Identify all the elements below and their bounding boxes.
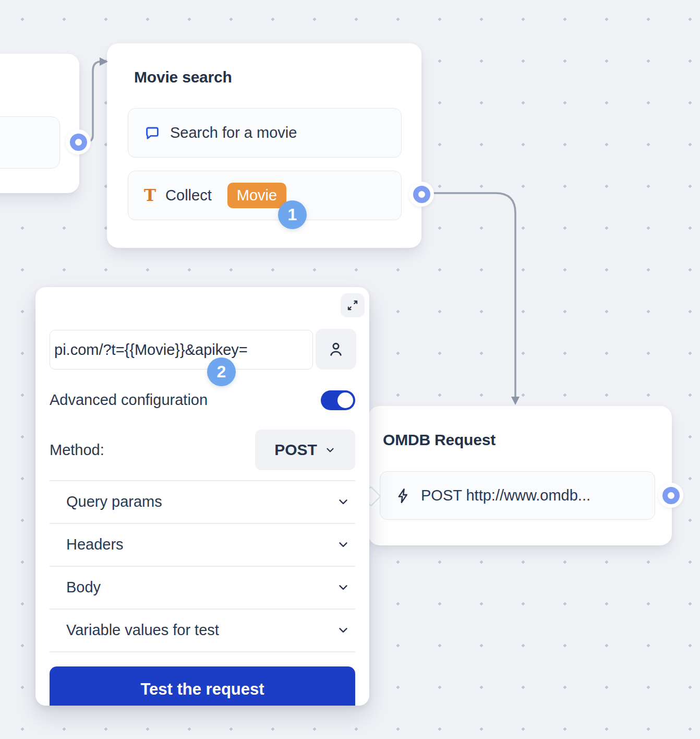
expand-button[interactable]	[341, 293, 365, 317]
item-label: POST http://www.omdb...	[421, 487, 590, 504]
insert-variable-button[interactable]	[316, 329, 356, 370]
advanced-configuration-toggle[interactable]	[321, 390, 355, 410]
output-port[interactable]	[409, 182, 434, 207]
node-title: OMDB Request	[383, 431, 496, 449]
partial-node-item[interactable]	[0, 116, 60, 169]
node-title: Movie search	[134, 68, 232, 86]
lightning-icon	[395, 487, 412, 504]
collect-input-item[interactable]: T Collect Movie	[128, 171, 402, 220]
step-2-badge: 2	[207, 357, 236, 386]
section-label: Query params	[66, 493, 162, 510]
movie-search-node[interactable]: Movie search Search for a movie T Collec…	[107, 43, 421, 248]
webhook-request-item[interactable]: POST http://www.omdb...	[380, 471, 655, 520]
chat-bubble-icon	[144, 125, 161, 141]
partial-node[interactable]	[0, 54, 79, 193]
method-value: POST	[274, 441, 317, 459]
text-icon: T	[144, 187, 156, 204]
person-icon	[327, 340, 345, 359]
chevron-down-icon	[336, 495, 350, 508]
item-label: Search for a movie	[170, 124, 297, 141]
chevron-down-icon	[336, 538, 350, 551]
section-label: Headers	[66, 536, 124, 553]
url-value: pi.com/?t={{Movie}}&apikey=	[54, 341, 248, 359]
output-port[interactable]	[658, 483, 683, 508]
method-select[interactable]: POST	[255, 430, 355, 470]
section-query-params[interactable]: Query params	[50, 481, 355, 522]
webhook-config-panel[interactable]: pi.com/?t={{Movie}}&apikey= Advanced con…	[35, 287, 369, 706]
chevron-down-icon	[336, 580, 350, 594]
expand-icon	[346, 299, 359, 312]
url-input[interactable]: pi.com/?t={{Movie}}&apikey=	[50, 330, 313, 370]
item-label: Collect	[165, 187, 212, 204]
advanced-configuration-label: Advanced configuration	[50, 391, 208, 409]
divider	[50, 651, 355, 652]
output-port[interactable]	[66, 129, 91, 154]
section-headers[interactable]: Headers	[50, 523, 355, 565]
section-label: Body	[66, 579, 101, 596]
omdb-request-node[interactable]: OMDB Request POST http://www.omdb...	[368, 406, 672, 545]
test-request-button[interactable]: Test the request	[50, 666, 355, 706]
variable-chip[interactable]: Movie	[227, 183, 286, 208]
section-body[interactable]: Body	[50, 566, 355, 608]
chevron-down-icon	[324, 444, 336, 456]
step-1-badge: 1	[278, 200, 307, 229]
method-label: Method:	[50, 442, 104, 459]
section-label: Variable values for test	[66, 622, 219, 639]
section-variable-values[interactable]: Variable values for test	[50, 609, 355, 651]
chevron-down-icon	[336, 623, 350, 637]
send-message-item[interactable]: Search for a movie	[128, 108, 402, 158]
